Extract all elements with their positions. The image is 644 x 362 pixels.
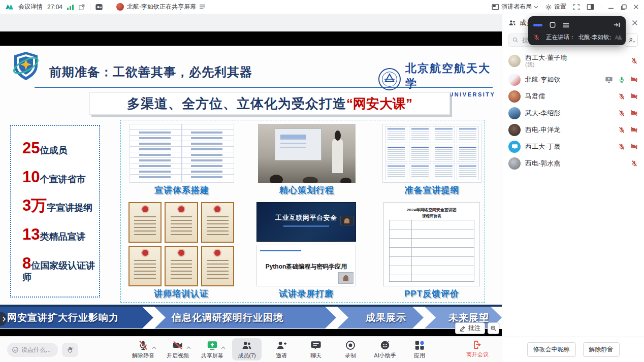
quick-chat-area: [7, 343, 78, 357]
add-member-button[interactable]: [625, 34, 638, 47]
member-row-presenter[interactable]: 北航-李如钦: [502, 71, 644, 88]
chat-bubble-icon: [310, 340, 321, 351]
meeting-security-icon[interactable]: [95, 3, 103, 11]
webcam-thumbnail: [340, 216, 353, 225]
members-button[interactable]: 成员(7): [232, 338, 262, 360]
video-subtitle-bar: [283, 225, 329, 227]
settings-button[interactable]: 设置: [545, 3, 566, 11]
slide-title: 前期准备：工欲善其事，必先利其器: [49, 64, 252, 80]
member-self-tag: (我): [525, 61, 567, 68]
member-row-self[interactable]: 西工大-董子瑜 (我): [502, 51, 644, 71]
member-name: 西电-郭水燕: [525, 159, 560, 168]
fullscreen-icon[interactable]: [573, 4, 580, 11]
minimize-video-indicator[interactable]: [533, 24, 542, 26]
layout-button-label: 演讲者布局: [501, 3, 532, 11]
stat-outline: 3万字宣讲提纲: [22, 196, 99, 215]
thumbnail-view-icon[interactable]: [550, 22, 556, 28]
tile-classroom-photo: [258, 124, 356, 183]
leave-meeting-button[interactable]: 离开会议: [466, 340, 489, 358]
unmute-button[interactable]: 解除静音: [128, 338, 158, 360]
form-table-grid: [389, 220, 474, 282]
avatar: [508, 90, 521, 103]
titlebar-right: 演讲者布局 设置: [492, 3, 639, 11]
close-icon[interactable]: [633, 4, 639, 10]
invite-button[interactable]: 邀请: [267, 338, 296, 360]
unmute-footer-button[interactable]: 解除静音: [583, 342, 620, 357]
apps-button[interactable]: 应用: [405, 338, 434, 360]
caption-rehearsal: 试讲录屏打磨: [256, 288, 356, 300]
mic-muted-icon: [533, 34, 540, 41]
share-screen-button[interactable]: 共享屏幕: [198, 338, 227, 360]
record-label: 录制: [345, 352, 356, 359]
member-row[interactable]: 马君儒: [502, 88, 644, 105]
sharer-avatar: [116, 3, 124, 11]
subtitle-main-text: 多渠道、全方位、立体化为受众打造: [127, 95, 346, 113]
raise-hand-button[interactable]: [62, 343, 78, 357]
chat-button[interactable]: 聊天: [301, 338, 331, 360]
webcam-thumbnail: [338, 272, 353, 284]
member-name: 西工大-董子瑜: [525, 54, 567, 62]
stat-number: 3万: [22, 196, 47, 214]
subtitle-accent-text: “网安大课”: [346, 95, 412, 113]
member-row[interactable]: 西电-申洋龙: [502, 121, 644, 138]
avatar: [508, 107, 521, 119]
watermark-logo-icon: [614, 34, 624, 40]
window-titlebar: 会议详情 27:04 北航-李如钦正在共享屏幕: [0, 0, 644, 14]
form-subtitle: 课程评价表: [384, 214, 479, 219]
mic-muted-icon: [618, 93, 625, 100]
layout-switch-button[interactable]: 演讲者布局: [492, 3, 538, 11]
popout-window-icon[interactable]: [78, 4, 85, 11]
minimize-icon[interactable]: [608, 4, 614, 10]
collapse-panel-icon[interactable]: [614, 22, 621, 28]
mic-on-icon: [618, 76, 625, 83]
chevron-up-icon[interactable]: [152, 342, 156, 351]
speaker-overlay-panel[interactable]: 正在讲话： 北航-李如钦;: [528, 16, 626, 45]
mic-muted-icon: [618, 143, 625, 150]
smiley-icon: [12, 346, 19, 353]
chevron-up-icon[interactable]: [186, 342, 191, 351]
magnifier-zoom-button[interactable]: [488, 322, 499, 334]
tile-system-table-image: [130, 124, 234, 183]
side-panel-toggle-icon[interactable]: [587, 4, 594, 10]
stat-number: 10: [22, 168, 40, 186]
annotate-label: 批注: [468, 324, 480, 333]
maximize-icon[interactable]: [621, 4, 627, 10]
gear-icon: [545, 4, 552, 11]
camera-off-icon: [630, 110, 638, 116]
member-row[interactable]: 西工大-丁晟: [502, 138, 644, 155]
search-icon: [512, 37, 519, 43]
member-name: 武大-李绍彤: [525, 109, 560, 117]
ai-assistant-button[interactable]: AI小助手: [370, 338, 400, 360]
unmute-label: 解除静音: [132, 352, 154, 359]
record-button[interactable]: 录制: [336, 338, 365, 360]
network-signal-icon: [67, 4, 74, 10]
member-row[interactable]: 西电-郭水燕: [502, 155, 644, 172]
quick-chat-pill[interactable]: [7, 343, 58, 357]
panel-close-icon[interactable]: [632, 20, 638, 26]
apps-grid-icon: [414, 340, 425, 351]
camera-off-icon: [630, 93, 638, 100]
member-row[interactable]: 武大-李绍彤: [502, 105, 644, 121]
chevron-up-icon[interactable]: [221, 342, 226, 351]
stat-number: 13: [22, 225, 40, 243]
tile-certificates-image: [128, 202, 234, 286]
audience-head: [270, 175, 283, 183]
members-label: 成员(7): [238, 352, 255, 359]
start-video-label: 开启视频: [167, 352, 189, 359]
members-icon: [508, 19, 517, 26]
rename-button[interactable]: 修改会中昵称: [527, 342, 576, 357]
camera-off-icon: [630, 143, 638, 150]
share-menu-icon[interactable]: [199, 4, 206, 10]
speaking-label: 正在讲话：: [546, 34, 575, 41]
start-video-button[interactable]: 开启视频: [163, 338, 192, 360]
quick-chat-input[interactable]: [21, 346, 55, 353]
video-title: Python基础编程与密码学应用: [257, 262, 356, 271]
share-status-banner: 北航-李如钦正在共享屏幕: [116, 3, 206, 11]
annotate-button[interactable]: 批注: [455, 322, 485, 334]
stat-label: 位成员: [40, 145, 67, 155]
meeting-details-button[interactable]: 会议详情: [18, 3, 43, 11]
list-view-icon[interactable]: [563, 22, 569, 28]
leave-icon: [472, 340, 482, 350]
presenter-figure: [332, 139, 343, 173]
shared-screen-region: 前期准备：工欲善其事，必先利其器 北京航空航天大学 BEIHANG UNIVER…: [0, 14, 502, 362]
